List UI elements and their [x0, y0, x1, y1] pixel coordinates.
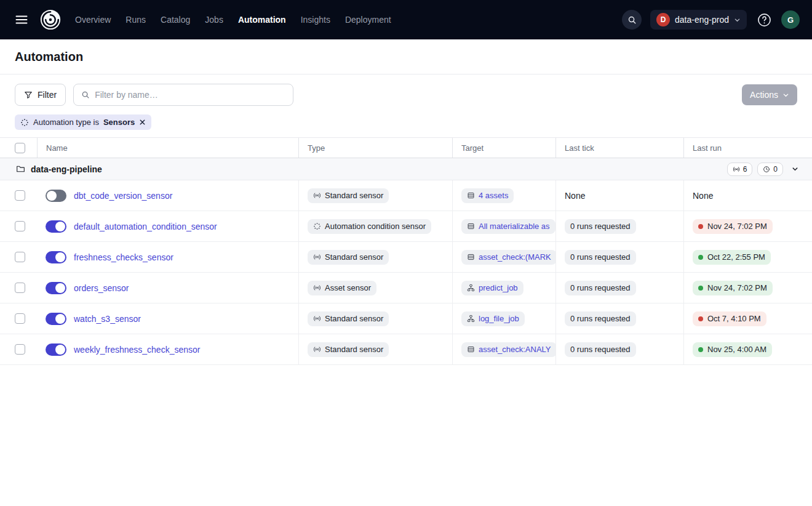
- name-filter-box: [73, 84, 293, 106]
- last-tick-value: None: [565, 191, 585, 201]
- table-header: Name Type Target Last tick Last run: [0, 138, 812, 158]
- chevron-down-icon: [734, 17, 741, 23]
- repo-group-row: data-eng-pipeline 6 0: [0, 158, 812, 180]
- filter-chip-value: Sensors: [103, 118, 135, 127]
- sensor-toggle[interactable]: [46, 251, 66, 263]
- group-name: data-eng-pipeline: [31, 164, 102, 174]
- last-run-pill[interactable]: Nov 24, 7:02 PM: [693, 219, 773, 234]
- table-row: watch_s3_sensor Standard sensor log_file…: [0, 303, 812, 334]
- target-link[interactable]: asset_check:ANALY: [461, 342, 555, 357]
- column-header-type: Type: [298, 138, 452, 158]
- nav-item-jobs[interactable]: Jobs: [205, 15, 223, 25]
- sensor-name-link[interactable]: default_automation_condition_sensor: [74, 222, 217, 231]
- last-tick-pill: 0 runs requested: [565, 311, 636, 326]
- sensor-count-badge: 6: [727, 163, 753, 176]
- target-link[interactable]: predict_job: [461, 281, 523, 295]
- actions-button[interactable]: Actions: [742, 84, 797, 105]
- table-row: weekly_freshness_check_sensor Standard s…: [0, 334, 812, 365]
- nav-item-deployment[interactable]: Deployment: [345, 15, 391, 25]
- funnel-icon: [24, 90, 33, 99]
- user-avatar[interactable]: G: [781, 10, 800, 29]
- table-row: orders_sensor Asset sensor predict_job 0…: [0, 273, 812, 303]
- row-checkbox[interactable]: [15, 344, 25, 355]
- filter-button[interactable]: Filter: [15, 84, 66, 106]
- last-tick-pill: 0 runs requested: [565, 281, 636, 295]
- sensor-toggle[interactable]: [46, 220, 66, 233]
- asset-icon: [467, 345, 475, 353]
- sensor-name-link[interactable]: orders_sensor: [74, 283, 129, 293]
- nav-item-overview[interactable]: Overview: [75, 15, 111, 25]
- run-status-dot: [698, 224, 703, 229]
- automation-condition-icon: [20, 118, 29, 127]
- sensor-toggle[interactable]: [46, 282, 66, 294]
- last-run-value: None: [693, 191, 713, 201]
- type-pill: Automation condition sensor: [308, 219, 431, 234]
- row-checkbox[interactable]: [15, 313, 25, 324]
- help-icon[interactable]: [755, 11, 773, 28]
- target-link[interactable]: asset_check:(MARK: [461, 250, 555, 265]
- sensor-toggle[interactable]: [46, 190, 66, 202]
- chevron-down-icon: [782, 92, 789, 98]
- type-pill: Standard sensor: [308, 311, 389, 326]
- type-pill: Standard sensor: [308, 250, 389, 265]
- nav-item-automation[interactable]: Automation: [238, 15, 286, 25]
- asset-icon: [467, 253, 475, 261]
- sensor-toggle[interactable]: [46, 313, 66, 325]
- top-navbar: Overview Runs Catalog Jobs Automation In…: [0, 0, 812, 39]
- page-title: Automation: [15, 50, 83, 64]
- row-checkbox[interactable]: [15, 283, 25, 293]
- deployment-name: data-eng-prod: [675, 15, 729, 25]
- sensor-icon: [733, 166, 740, 173]
- type-pill: Standard sensor: [308, 342, 389, 357]
- deployment-switcher[interactable]: D data-eng-prod: [650, 10, 747, 30]
- sensor-icon: [313, 191, 321, 199]
- target-link[interactable]: All materializable as: [461, 219, 555, 234]
- last-tick-pill: 0 runs requested: [565, 219, 636, 234]
- name-filter-input[interactable]: [95, 90, 285, 100]
- clock-icon: [763, 166, 770, 173]
- nav-item-insights[interactable]: Insights: [301, 15, 330, 25]
- last-run-pill[interactable]: Oct 22, 2:55 PM: [693, 250, 771, 265]
- nav-item-catalog[interactable]: Catalog: [161, 15, 190, 25]
- folder-icon: [16, 164, 25, 174]
- target-link[interactable]: log_file_job: [461, 311, 525, 326]
- sensor-name-link[interactable]: dbt_code_version_sensor: [74, 191, 172, 201]
- chevron-down-icon[interactable]: [788, 164, 802, 174]
- sensor-name-link[interactable]: watch_s3_sensor: [74, 314, 141, 324]
- dagster-logo-icon[interactable]: [38, 7, 63, 32]
- select-all-checkbox[interactable]: [15, 143, 25, 153]
- close-icon[interactable]: [139, 119, 146, 126]
- sensor-toggle[interactable]: [46, 343, 66, 356]
- last-run-pill[interactable]: Oct 7, 4:10 PM: [693, 311, 766, 326]
- column-header-name: Name: [37, 138, 298, 158]
- toolbar: Filter Actions: [0, 74, 812, 112]
- target-link[interactable]: 4 assets: [461, 188, 514, 203]
- row-checkbox[interactable]: [15, 190, 25, 201]
- automation-condition-icon: [313, 222, 321, 230]
- run-status-dot: [698, 255, 703, 260]
- run-status-dot: [698, 316, 703, 321]
- sensor-name-link[interactable]: freshness_checks_sensor: [74, 252, 173, 262]
- run-status-dot: [698, 286, 703, 291]
- run-status-dot: [698, 347, 703, 352]
- table-row: default_automation_condition_sensor Auto…: [0, 211, 812, 242]
- active-filters-row: Automation type is Sensors: [0, 112, 812, 138]
- automation-page: Overview Runs Catalog Jobs Automation In…: [0, 0, 812, 506]
- nav-item-runs[interactable]: Runs: [125, 15, 146, 25]
- row-checkbox[interactable]: [15, 252, 25, 262]
- sensor-icon: [313, 284, 321, 292]
- main-nav: Overview Runs Catalog Jobs Automation In…: [75, 15, 391, 25]
- search-icon: [81, 90, 90, 99]
- type-pill: Standard sensor: [308, 188, 389, 203]
- search-icon[interactable]: [622, 10, 642, 30]
- last-run-pill[interactable]: Nov 25, 4:00 AM: [693, 342, 772, 357]
- navbar-right: D data-eng-prod G: [622, 10, 800, 30]
- column-header-target: Target: [452, 138, 555, 158]
- automation-type-filter-chip: Automation type is Sensors: [15, 114, 151, 130]
- sensor-icon: [313, 253, 321, 261]
- last-tick-pill: 0 runs requested: [565, 342, 636, 357]
- row-checkbox[interactable]: [15, 221, 25, 231]
- hamburger-menu-icon[interactable]: [12, 10, 31, 29]
- sensor-name-link[interactable]: weekly_freshness_check_sensor: [74, 345, 200, 355]
- last-run-pill[interactable]: Nov 24, 7:02 PM: [693, 281, 773, 295]
